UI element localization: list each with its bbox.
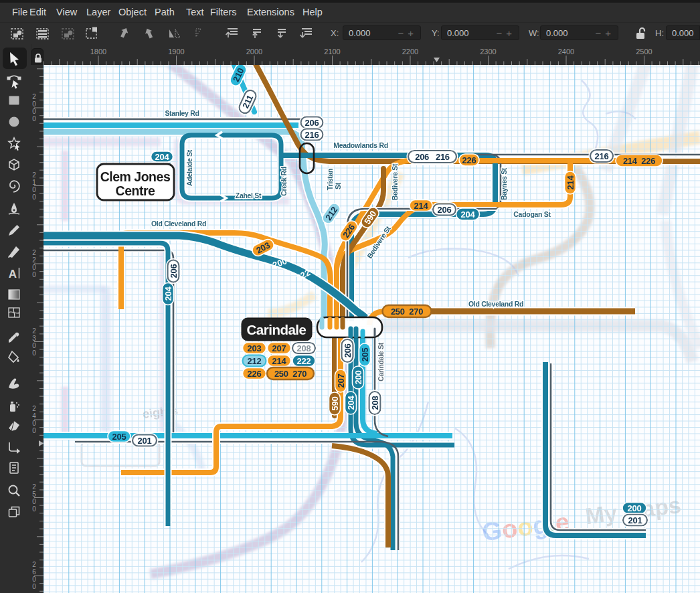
svg-text:0: 0 (32, 583, 36, 590)
svg-text:2: 2 (32, 249, 36, 256)
svg-text:214: 214 (272, 356, 287, 366)
svg-text:0: 0 (32, 264, 36, 271)
svg-text:Old Cleveland Rd: Old Cleveland Rd (151, 220, 206, 228)
svg-text:Meadowlands Rd: Meadowlands Rd (333, 141, 388, 149)
svg-text:226: 226 (462, 155, 476, 165)
svg-text:201: 201 (138, 436, 152, 446)
svg-text:0: 0 (32, 498, 36, 505)
svg-text:5: 5 (32, 491, 36, 498)
svg-text:Tristan: Tristan (326, 169, 334, 190)
svg-text:203: 203 (248, 343, 262, 353)
svg-text:208: 208 (297, 343, 311, 353)
svg-text:0: 0 (32, 576, 36, 583)
svg-text:2: 2 (32, 327, 36, 335)
svg-text:204: 204 (346, 396, 356, 410)
svg-text:1900: 1900 (168, 48, 184, 56)
svg-text:0: 0 (32, 505, 36, 513)
svg-text:208: 208 (370, 396, 380, 410)
svg-text:0: 0 (32, 271, 36, 278)
svg-text:0: 0 (32, 186, 36, 193)
svg-text:2300: 2300 (480, 48, 496, 56)
svg-text:Stanley Rd: Stanley Rd (165, 109, 199, 117)
svg-text:Creek Rd: Creek Rd (280, 167, 288, 196)
svg-text:0: 0 (32, 427, 36, 434)
svg-text:2: 2 (32, 561, 36, 568)
svg-text:2: 2 (32, 405, 36, 412)
svg-text:206: 206 (438, 205, 452, 215)
svg-text:2: 2 (32, 93, 36, 100)
svg-text:St: St (334, 182, 342, 189)
svg-text:214: 214 (565, 175, 576, 190)
svg-text:0: 0 (32, 100, 36, 108)
svg-text:0: 0 (32, 342, 36, 349)
svg-text:1800: 1800 (90, 48, 106, 56)
svg-text:2100: 2100 (324, 48, 340, 56)
svg-text:205: 205 (360, 348, 370, 362)
svg-text:590: 590 (330, 397, 340, 411)
svg-text:Baynes St: Baynes St (500, 167, 508, 200)
svg-text:2: 2 (32, 256, 36, 264)
svg-text:207: 207 (272, 343, 286, 353)
svg-text:Old Cleveland Rd: Old Cleveland Rd (468, 300, 523, 308)
svg-text:226: 226 (248, 369, 262, 379)
svg-text:214 226: 214 226 (623, 156, 655, 166)
svg-text:204: 204 (461, 209, 476, 220)
svg-text:6: 6 (32, 568, 36, 576)
svg-text:2000: 2000 (246, 48, 262, 56)
svg-text:2: 2 (32, 483, 36, 491)
svg-text:250 270: 250 270 (391, 307, 423, 317)
svg-text:3: 3 (32, 335, 36, 342)
svg-text:222: 222 (297, 356, 311, 366)
svg-text:200: 200 (628, 503, 642, 513)
svg-text:Carindale: Carindale (247, 322, 307, 337)
svg-text:206: 206 (169, 264, 179, 278)
svg-text:201: 201 (628, 515, 642, 525)
svg-text:0: 0 (32, 108, 36, 115)
svg-text:Adelaide St: Adelaide St (185, 149, 193, 186)
svg-text:206: 206 (305, 118, 319, 128)
svg-text:214: 214 (414, 201, 429, 211)
svg-text:216: 216 (595, 151, 609, 161)
svg-text:Cadogan St: Cadogan St (513, 210, 551, 218)
svg-text:Carindale St: Carindale St (377, 342, 385, 381)
svg-text:207: 207 (336, 374, 346, 388)
svg-text:0: 0 (32, 420, 36, 427)
svg-text:2400: 2400 (558, 48, 574, 56)
svg-text:204: 204 (163, 286, 173, 301)
svg-text:204: 204 (155, 152, 170, 162)
svg-text:2: 2 (32, 171, 36, 179)
svg-text:1: 1 (32, 179, 36, 186)
svg-text:250 270: 250 270 (274, 369, 307, 379)
svg-text:0: 0 (32, 193, 36, 201)
svg-text:Zahel St: Zahel St (236, 191, 262, 199)
svg-text:Centre: Centre (116, 183, 155, 198)
svg-text:4: 4 (32, 412, 36, 420)
svg-text:2200: 2200 (402, 48, 418, 56)
svg-text:212: 212 (248, 356, 262, 366)
svg-text:Clem Jones: Clem Jones (100, 169, 171, 184)
svg-text:206: 206 (343, 344, 353, 358)
svg-text:A: A (9, 268, 17, 280)
svg-text:206 216: 206 216 (415, 152, 450, 162)
svg-text:200: 200 (353, 371, 363, 385)
svg-text:216: 216 (305, 130, 319, 140)
svg-text:0: 0 (32, 349, 36, 357)
svg-text:205: 205 (112, 432, 126, 442)
svg-text:Bedivere St: Bedivere St (391, 163, 399, 200)
svg-text:2500: 2500 (636, 48, 652, 56)
svg-text:0: 0 (32, 115, 36, 122)
